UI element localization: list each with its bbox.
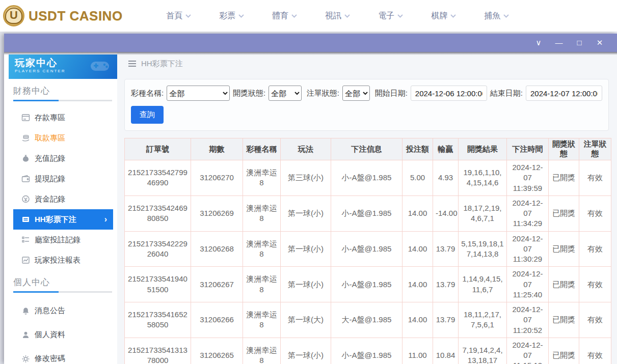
table-row: 215217335419405150031206267澳洲幸运8第一球(小)小-… [125,267,611,302]
wallet-icon [21,175,30,183]
sidebar-item-recharge-record[interactable]: 充值記錄 [13,148,113,169]
window-titlebar: ∨ — □ ✕ [4,34,617,52]
table-cell: 14.00 [403,267,433,302]
table-cell: 2024-12-07 11:30:29 [507,231,549,267]
end-date-input[interactable] [526,86,602,101]
sidebar-item-fund-record[interactable]: 資金記錄 [13,189,113,209]
window-maximize-icon[interactable]: □ [569,34,589,52]
window-minimize-icon[interactable]: — [549,34,569,52]
sidebar-item-room-bet-record[interactable]: 廳室投註記錄 [13,230,113,250]
table-cell: 2152173354222926040 [125,231,191,267]
table-cell: 澳洲幸运8 [243,231,281,267]
start-date-input[interactable] [411,86,487,101]
nav-item-home[interactable]: 首頁 [152,11,205,21]
table-cell: 澳洲幸运8 [243,160,281,196]
main-content: HH彩票下注 彩種名稱: 全部 開獎狀態: 全部 注單狀態: [117,52,617,364]
withdraw-hand-icon [21,134,30,143]
sidebar-item-withdraw-record[interactable]: 提現記錄 [13,169,113,189]
table-cell: 有效 [579,338,611,364]
sidebar-item-label: 取款專區 [35,133,65,143]
filter-panel: 彩種名稱: 全部 開獎狀態: 全部 注單狀態: 全部 開始日期: [124,79,609,131]
brand-logo[interactable]: U USDT CASINO [0,5,123,26]
column-header-order-status: 注單狀態 [579,138,611,160]
report-chart-icon [21,256,30,265]
table-cell: 14.00 [403,231,433,267]
table-cell: 5,15,19,18,17,14,13,8 [459,231,507,267]
lottery-name-label: 彩種名稱: [131,89,164,98]
sidebar-item-player-bet-report[interactable]: 玩家投注報表 [13,250,113,270]
order-status-label: 注單狀態: [307,89,339,98]
lottery-ticket-icon [21,215,30,224]
table-cell: 已開獎 [549,231,579,267]
order-status-select[interactable]: 全部 [342,86,370,101]
nav-item-lottery[interactable]: 彩票 [205,11,258,21]
gamepad-icon [89,59,111,74]
table-cell: 已開獎 [549,160,579,196]
sidebar-item-withdraw[interactable]: 取款專區 [13,128,113,148]
table-cell: 澳洲幸运8 [243,338,281,364]
sidebar-item-label: 存款專區 [35,113,65,123]
table-cell: 第一球(大) [281,302,331,338]
table-cell: 小-A盤@1.985 [331,231,403,267]
table-cell: 18,11,2,17,7,5,6,1 [459,302,507,338]
table-cell: 7,19,14,2,4,13,18,17 [459,338,507,364]
table-header: 訂單號 期數 彩種名稱 玩法 下注信息 投注額 輸贏 開獎結果 下注時間 開獎狀… [125,138,611,160]
column-header-draw-result: 開獎結果 [459,138,507,160]
table-cell: 澳洲幸运8 [243,195,281,231]
filter-row: 彩種名稱: 全部 開獎狀態: 全部 注單狀態: 全部 開始日期: [131,86,602,101]
table-cell: 2152173354165258050 [125,302,191,338]
sidebar-item-change-password[interactable]: 修改密碼 [13,347,113,364]
chevron-right-icon: › [104,215,107,224]
table-row: 215217335416525805031206266澳洲幸运8第一球(大)大-… [125,302,611,338]
chevron-down-icon [397,14,403,18]
sidebar-header: 玩家中心 PLAYERS CENTER [9,54,117,79]
room-list-icon [21,236,30,244]
nav-item-sports[interactable]: 體育 [258,11,311,21]
table-cell: 13.79 [433,302,459,338]
sidebar-item-label: 消息公告 [35,306,65,316]
draw-status-select[interactable]: 全部 [269,86,302,101]
sidebar-item-label: 玩家投注報表 [35,256,81,265]
nav-item-slots[interactable]: 電子 [364,11,417,21]
table-cell: 小-A盤@1.985 [331,160,403,196]
table-cell: 2024-12-07 11:39:59 [507,160,549,196]
start-date-label: 開始日期: [375,89,408,98]
nav-item-label: 彩票 [219,11,235,21]
column-header-bet-time: 下注時間 [507,138,549,160]
brand-name: USDT CASINO [29,8,123,24]
table-cell: 13.79 [433,267,459,302]
lottery-name-select[interactable]: 全部 [167,86,230,101]
table-row: 215217335427994699031206270澳洲幸运8第三球(小)小-… [125,160,611,196]
sidebar-item-announcements[interactable]: 消息公告 [13,299,113,323]
table-cell: 31206266 [191,302,243,338]
table-cell: 有效 [579,231,611,267]
query-button[interactable]: 查詢 [131,106,164,124]
sidebar-item-hh-lottery-bets[interactable]: HH彩票下注 › [13,209,113,230]
table-cell: 31206267 [191,267,243,302]
window-body: 玩家中心 PLAYERS CENTER 財務中心 存款專區 [4,52,617,364]
sidebar-item-profile[interactable]: 個人資料 [13,323,113,347]
table-cell: 已開獎 [549,338,579,364]
window-collapse-icon[interactable]: ∨ [528,34,549,52]
table-cell: 小-A盤@1.985 [331,338,403,364]
nav-item-label: 捕魚 [484,11,500,21]
nav-item-fishing[interactable]: 捕魚 [470,11,523,21]
table-cell: 2024-12-07 11:34:29 [507,195,549,231]
table-cell: -14.00 [433,195,459,231]
sidebar-item-deposit[interactable]: 存款專區 [13,107,113,128]
table-cell: 澳洲幸运8 [243,302,281,338]
table-cell: 第一球(小) [281,195,331,231]
window-close-icon[interactable]: ✕ [589,34,610,52]
nav-item-cards[interactable]: 棋牌 [417,11,470,21]
nav-item-live[interactable]: 視訊 [311,11,364,21]
table-cell: 第三球(小) [281,160,331,196]
hamburger-icon[interactable] [128,61,136,67]
section-divider [13,100,112,101]
personal-menu: 消息公告 個人資料 修改密碼 [4,299,117,364]
column-header-win-loss: 輸贏 [433,138,459,160]
table-cell: 有效 [579,195,611,231]
table-cell: 2152173354246980850 [125,195,191,231]
table-cell: 澳洲幸运8 [243,267,281,302]
usdt-casino-logo-icon: U [3,5,24,26]
coin-icon [21,195,30,204]
